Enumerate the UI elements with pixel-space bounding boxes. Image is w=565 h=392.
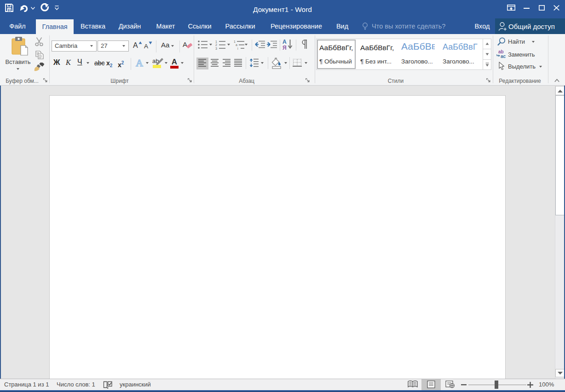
svg-text:1: 1 — [234, 40, 236, 43]
svg-text:А: А — [136, 58, 143, 68]
svg-text:ac: ac — [501, 54, 506, 58]
svg-text:А: А — [282, 39, 287, 45]
svg-text:1: 1 — [215, 40, 217, 43]
svg-text:2: 2 — [215, 43, 217, 46]
svg-text:Я: Я — [282, 45, 287, 50]
svg-text:3: 3 — [215, 47, 217, 50]
svg-text:a: a — [236, 43, 237, 46]
svg-text:i: i — [237, 47, 238, 50]
svg-text:А: А — [172, 58, 177, 66]
